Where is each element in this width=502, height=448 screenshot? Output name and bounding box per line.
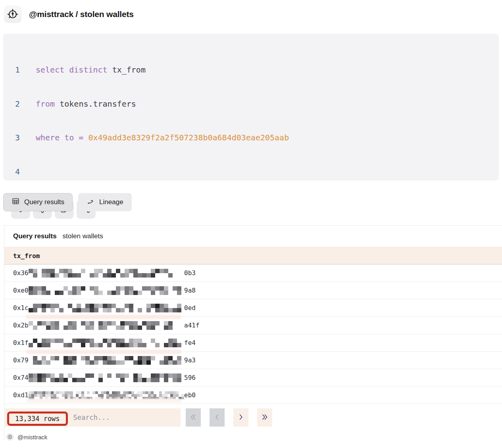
tab-label: Lineage	[99, 198, 123, 206]
lineage-icon	[87, 197, 95, 207]
misttrack-logo-icon	[4, 6, 21, 23]
redacted-pixelation	[29, 286, 184, 295]
table-row: 0x360b3	[4, 264, 502, 282]
address-suffix: eb0	[184, 391, 196, 399]
line-number: 1	[15, 64, 36, 76]
address-prefix: 0xe0	[13, 287, 29, 294]
query-results-panel: Query results stolen wallets tx_from 0x3…	[4, 225, 502, 441]
row-count-annotation: 13,334 rows	[7, 412, 68, 426]
address-prefix: 0x74	[13, 374, 29, 381]
row-count-label: 13,334 rows	[15, 415, 60, 423]
table-row: 0x2ba41f	[4, 317, 502, 334]
code-line: 3where to = 0x49add3e8329f2a2f507238b0a6…	[15, 132, 499, 144]
footer-bar: 13,334 rows	[5, 408, 181, 427]
tab-label: Query results	[24, 198, 64, 206]
table-row: 0xe09a8	[4, 282, 502, 299]
results-footer: 13,334 rows	[4, 404, 502, 427]
chevron-left-icon	[213, 413, 221, 423]
redacted-pixelation	[29, 304, 184, 312]
address-prefix: 0x36	[13, 269, 29, 277]
results-subtitle: stolen wallets	[63, 232, 103, 240]
misttrack-mini-logo-icon	[6, 433, 14, 441]
tab-query-results[interactable]: Query results	[3, 193, 73, 211]
line-number: 2	[15, 98, 36, 110]
results-header: Query results stolen wallets	[4, 226, 502, 247]
address-prefix: 0x1c	[13, 304, 29, 312]
address-suffix: 9a8	[184, 287, 196, 294]
next-page-button[interactable]	[233, 408, 248, 427]
chevron-right-icon	[237, 413, 245, 423]
redacted-pixelation	[29, 269, 184, 278]
pagination	[186, 408, 272, 427]
previous-page-button[interactable]	[210, 408, 225, 427]
attribution: @misttrack	[6, 433, 502, 441]
chevrons-left-icon	[189, 413, 198, 423]
sql-code[interactable]: 1select distinct tx_from 2from tokens.tr…	[15, 42, 499, 200]
table-icon	[12, 197, 20, 207]
code-line: 2from tokens.transfers	[15, 98, 499, 110]
address-suffix: 596	[184, 374, 196, 381]
sql-keyword: from	[36, 99, 55, 109]
table-row: 0x799a3	[4, 352, 502, 369]
chevrons-right-icon	[260, 413, 269, 423]
search-input[interactable]	[69, 408, 181, 427]
first-page-button[interactable]	[186, 408, 201, 427]
table-row: 0x1c0ed	[4, 299, 502, 317]
redacted-pixelation	[29, 391, 184, 399]
redacted-pixelation	[29, 373, 184, 382]
sql-identifier: tokens.transfers	[55, 99, 136, 109]
sql-keyword: select distinct	[36, 65, 108, 75]
address-suffix: fe4	[184, 339, 196, 347]
table-row: 0x1ffe4	[4, 334, 502, 352]
line-number: 3	[15, 132, 36, 144]
table-row: 0xd1eb0	[4, 387, 502, 404]
page-header: @misttrack / stolen wallets	[0, 0, 502, 23]
address-suffix: 0ed	[184, 304, 196, 312]
attribution-handle: @misttrack	[17, 434, 47, 440]
address-suffix: a41f	[184, 322, 200, 329]
redacted-pixelation	[29, 321, 184, 330]
last-page-button[interactable]	[257, 408, 272, 427]
page-title: @misttrack / stolen wallets	[29, 10, 134, 19]
sql-keyword: where to =	[36, 133, 88, 142]
query-page: @misttrack / stolen wallets 1select dist…	[0, 0, 502, 448]
address-prefix: 0xd1	[13, 391, 29, 399]
line-number: 4	[15, 166, 36, 178]
redacted-pixelation	[29, 356, 184, 365]
address-suffix: 9a3	[184, 356, 196, 364]
code-line: 1select distinct tx_from	[15, 64, 499, 76]
address-prefix: 0x79	[13, 356, 29, 364]
address-suffix: 0b3	[184, 269, 196, 277]
results-title: Query results	[13, 232, 57, 240]
table-row: 0x74596	[4, 369, 502, 387]
sql-editor[interactable]: 1select distinct tx_from 2from tokens.tr…	[3, 34, 499, 180]
tab-lineage[interactable]: Lineage	[78, 193, 132, 211]
address-prefix: 0x2b	[13, 322, 29, 329]
results-table-body: 0x360b3 0xe09a8 0x1c0ed 0x2ba41f 0x1ffe4…	[4, 264, 502, 404]
redacted-pixelation	[29, 339, 184, 347]
column-header-tx-from: tx_from	[4, 247, 502, 264]
sql-identifier: tx_from	[108, 65, 146, 75]
sql-literal: 0x49add3e8329f2a2f507238b0a684d03eae205a…	[88, 133, 289, 142]
code-line: 4	[15, 166, 499, 178]
address-prefix: 0x1f	[13, 339, 29, 347]
